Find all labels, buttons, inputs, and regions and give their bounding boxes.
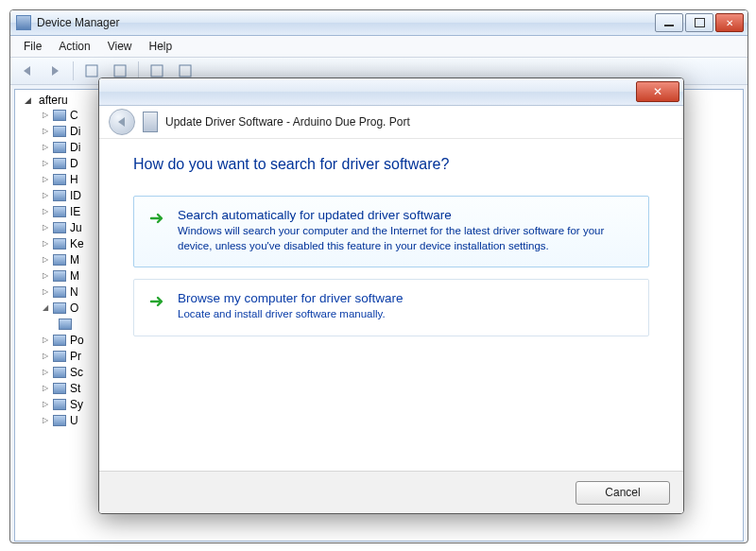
cancel-button[interactable]: Cancel [576, 481, 670, 505]
expand-icon[interactable]: ▷ [42, 336, 49, 344]
tree-item-label: St [70, 382, 80, 395]
tree-item-label: C [70, 109, 78, 122]
expand-icon[interactable]: ▷ [42, 207, 49, 215]
expand-icon[interactable]: ▷ [42, 127, 49, 135]
category-icon [53, 367, 66, 378]
tree-item-label: M [70, 253, 79, 267]
expand-icon[interactable]: ▷ [42, 416, 49, 424]
window-close-button[interactable] [715, 13, 744, 32]
expand-icon[interactable]: ▷ [42, 111, 49, 119]
category-icon [53, 415, 66, 426]
expand-icon[interactable]: ▷ [42, 143, 49, 151]
tree-item-label: O [70, 301, 78, 315]
dialog-title: Update Driver Software - Arduino Due Pro… [165, 115, 410, 129]
tree-item-label: IE [70, 205, 80, 218]
category-icon [53, 335, 66, 346]
device-icon [143, 112, 158, 132]
tree-item-label: H [70, 173, 78, 186]
category-icon [53, 302, 66, 314]
arrow-right-icon [149, 210, 166, 227]
maximize-button[interactable] [685, 13, 713, 32]
tree-item-label: U [70, 414, 78, 427]
option-desc: Windows will search your computer and th… [178, 224, 622, 253]
expand-icon[interactable]: ▷ [42, 191, 49, 199]
option-browse-computer[interactable]: Browse my computer for driver software L… [133, 279, 649, 336]
dialog-titlebar[interactable] [99, 78, 683, 106]
menu-file[interactable]: File [16, 37, 49, 56]
expand-icon[interactable]: ▷ [42, 271, 49, 280]
device-icon [59, 319, 72, 330]
update-driver-dialog: Update Driver Software - Arduino Due Pro… [98, 77, 684, 514]
menubar: File Action View Help [10, 36, 747, 58]
toolbar-separator [73, 61, 74, 80]
expand-icon[interactable]: ▷ [42, 159, 49, 167]
category-icon [53, 190, 66, 201]
arrow-right-icon [149, 293, 166, 310]
option-desc: Locate and install driver software manua… [178, 307, 404, 322]
category-icon [53, 286, 66, 298]
category-icon [53, 174, 66, 185]
category-icon [53, 206, 66, 217]
window-title: Device Manager [37, 16, 649, 29]
menu-view[interactable]: View [100, 37, 140, 56]
expand-icon[interactable]: ▷ [42, 239, 49, 248]
tree-item-label: Pr [70, 350, 81, 363]
toolbar-back-button[interactable] [14, 60, 39, 82]
option-title: Search automatically for updated driver … [178, 208, 622, 222]
collapse-icon[interactable]: ◢ [42, 303, 49, 312]
tree-item-label: Ke [70, 237, 84, 250]
category-icon [53, 126, 66, 137]
category-icon [53, 254, 66, 266]
app-icon [16, 15, 31, 30]
expand-icon[interactable]: ▷ [42, 255, 49, 264]
svg-rect-2 [151, 65, 163, 77]
svg-rect-1 [114, 65, 126, 77]
toolbar-forward-button[interactable] [43, 60, 67, 82]
category-icon [53, 110, 66, 121]
titlebar[interactable]: Device Manager [10, 10, 747, 36]
expand-icon[interactable]: ▷ [42, 368, 49, 376]
option-title: Browse my computer for driver software [178, 291, 404, 305]
menu-action[interactable]: Action [51, 37, 97, 56]
tree-item-label: M [70, 269, 79, 283]
svg-rect-0 [86, 65, 97, 77]
dialog-close-button[interactable] [636, 81, 679, 102]
dialog-header: Update Driver Software - Arduino Due Pro… [99, 106, 683, 139]
tree-item-label: Sc [70, 366, 83, 379]
expand-icon[interactable]: ▷ [42, 384, 49, 392]
svg-rect-3 [180, 65, 191, 77]
tree-item-label: Di [70, 125, 80, 138]
expand-icon[interactable]: ▷ [42, 352, 49, 360]
expand-icon[interactable]: ◢ [25, 95, 31, 105]
option-search-automatically[interactable]: Search automatically for updated driver … [133, 196, 649, 267]
expand-icon[interactable]: ▷ [42, 175, 49, 183]
window-buttons [655, 13, 744, 32]
expand-icon[interactable]: ▷ [42, 223, 49, 232]
tree-item-label: Po [70, 334, 84, 347]
tree-item-label: N [70, 285, 78, 299]
minimize-button[interactable] [655, 13, 683, 32]
tree-item-label: Di [70, 141, 80, 154]
dialog-back-button[interactable] [109, 109, 135, 135]
category-icon [53, 351, 66, 362]
dialog-footer: Cancel [99, 471, 683, 513]
category-icon [53, 383, 66, 394]
category-icon [53, 222, 66, 233]
category-icon [53, 399, 66, 410]
category-icon [53, 238, 66, 250]
menu-help[interactable]: Help [142, 37, 180, 56]
tree-item-label: D [70, 157, 78, 170]
expand-icon[interactable]: ▷ [42, 287, 49, 296]
tree-item-label: ID [70, 189, 81, 202]
dialog-content: How do you want to search for driver sof… [99, 139, 683, 336]
expand-icon[interactable]: ▷ [42, 400, 49, 408]
category-icon [53, 270, 66, 282]
tree-root-label: afteru [39, 94, 68, 107]
category-icon [53, 158, 66, 169]
tree-item-label: Sy [70, 398, 83, 411]
dialog-heading: How do you want to search for driver sof… [133, 156, 649, 173]
category-icon [53, 142, 66, 153]
tree-item-label: Ju [70, 221, 82, 234]
